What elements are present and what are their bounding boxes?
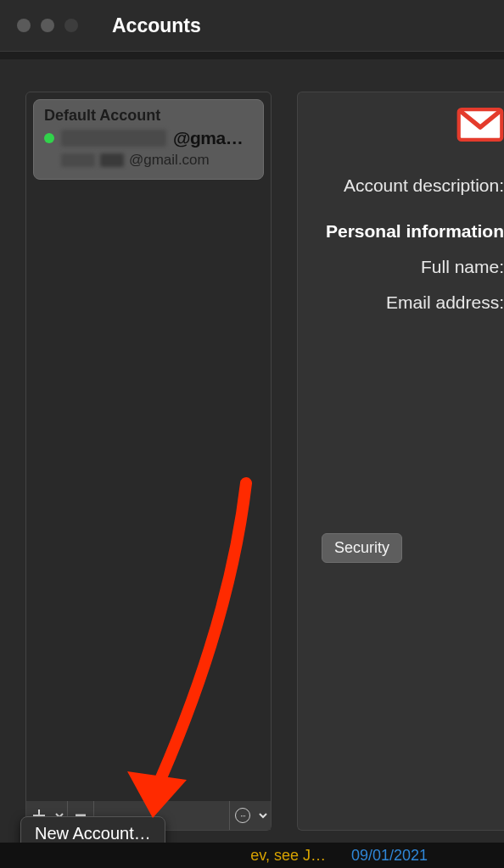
gmail-icon [313, 108, 504, 142]
background-subject-fragment: ev, see J… [250, 847, 326, 865]
window-titlebar: Accounts [0, 0, 504, 52]
account-list-item[interactable]: Default Account @gma… @gmail.com [33, 99, 264, 180]
security-button[interactable]: Security [322, 533, 402, 563]
background-list-row: ev, see J… 09/01/2021 [0, 843, 504, 868]
account-actions-button[interactable]: ··· [230, 803, 255, 828]
account-actions-menu-button[interactable] [255, 803, 271, 828]
account-description-label: Account description: [313, 175, 504, 196]
ellipsis-circle-icon: ··· [235, 808, 250, 823]
account-primary-row: @gma… [44, 128, 253, 148]
account-secondary-row: @gmail.com [61, 152, 253, 169]
background-date: 09/01/2021 [351, 847, 428, 865]
close-window-icon[interactable] [17, 19, 31, 32]
chevron-down-icon [259, 811, 267, 820]
account-section-label: Default Account [44, 107, 253, 125]
email-address-label: Email address: [313, 292, 504, 313]
accounts-list: Default Account @gma… @gmail.com [25, 92, 272, 831]
new-account-label: New Account… [35, 824, 151, 843]
window-body: Default Account @gma… @gmail.com [0, 59, 504, 868]
account-detail-pane: Account description: Personal informatio… [297, 92, 504, 831]
account-primary-suffix: @gma… [173, 128, 243, 148]
redacted-text [61, 130, 166, 147]
zoom-window-icon[interactable] [64, 19, 78, 32]
redacted-text [100, 153, 124, 167]
minimize-window-icon[interactable] [41, 19, 54, 32]
window-title: Accounts [112, 14, 201, 37]
status-online-icon [44, 133, 54, 143]
redacted-text [61, 153, 95, 167]
personal-information-section-label: Personal information [313, 221, 504, 242]
account-secondary-suffix: @gmail.com [129, 152, 210, 169]
full-name-label: Full name: [313, 257, 504, 277]
window-traffic-lights[interactable] [17, 19, 78, 32]
